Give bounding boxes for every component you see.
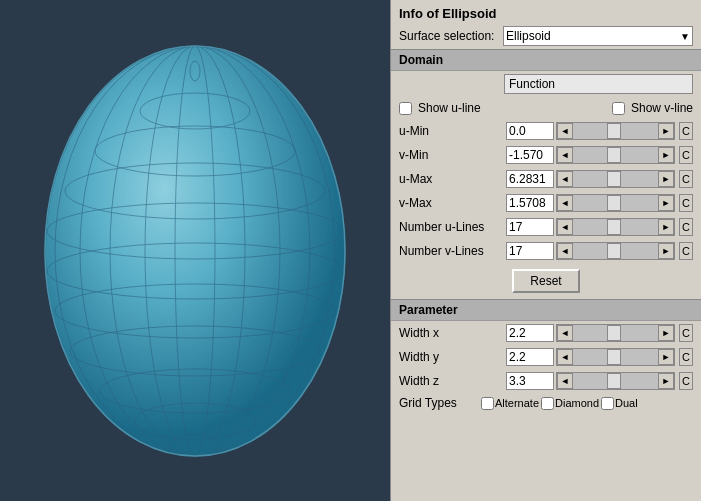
width-y-slider-track[interactable]: [573, 349, 658, 365]
svg-point-18: [187, 461, 203, 471]
vmax-label: v-Max: [399, 196, 504, 210]
width-y-row: Width y ◄ ► C: [391, 345, 701, 369]
num-vlines-slider[interactable]: ◄ ►: [556, 242, 675, 260]
domain-section-header: Domain: [391, 49, 701, 71]
width-x-c-button[interactable]: C: [679, 324, 693, 342]
reset-button[interactable]: Reset: [512, 269, 579, 293]
umin-input[interactable]: [506, 122, 554, 140]
width-y-slider[interactable]: ◄ ►: [556, 348, 675, 366]
umax-label: u-Max: [399, 172, 504, 186]
grid-dual-option: Dual: [601, 397, 638, 410]
function-field[interactable]: Function: [504, 74, 693, 94]
num-ulines-input[interactable]: [506, 218, 554, 236]
info-header: Info of Ellipsoid: [391, 0, 701, 23]
num-vlines-slider-track[interactable]: [573, 243, 658, 259]
width-z-slider[interactable]: ◄ ►: [556, 372, 675, 390]
width-z-slider-track[interactable]: [573, 373, 658, 389]
width-z-slider-left[interactable]: ◄: [557, 373, 573, 389]
num-vlines-label: Number v-Lines: [399, 244, 504, 258]
width-y-input[interactable]: [506, 348, 554, 366]
umax-slider-track[interactable]: [573, 171, 658, 187]
grid-diamond-option: Diamond: [541, 397, 599, 410]
width-x-row: Width x ◄ ► C: [391, 321, 701, 345]
umin-slider-left[interactable]: ◄: [557, 123, 573, 139]
num-ulines-slider-thumb: [607, 219, 621, 235]
vmax-c-button[interactable]: C: [679, 194, 693, 212]
vmin-slider[interactable]: ◄ ►: [556, 146, 675, 164]
num-vlines-slider-right[interactable]: ►: [658, 243, 674, 259]
vmin-slider-left[interactable]: ◄: [557, 147, 573, 163]
num-ulines-c-button[interactable]: C: [679, 218, 693, 236]
umax-slider-left[interactable]: ◄: [557, 171, 573, 187]
vmin-input[interactable]: [506, 146, 554, 164]
num-ulines-slider[interactable]: ◄ ►: [556, 218, 675, 236]
grid-types-label: Grid Types: [399, 396, 479, 410]
width-z-c-button[interactable]: C: [679, 372, 693, 390]
grid-dual-checkbox[interactable]: [601, 397, 614, 410]
num-vlines-c-button[interactable]: C: [679, 242, 693, 260]
ellipsoid-render: [0, 0, 390, 501]
vmax-slider[interactable]: ◄ ►: [556, 194, 675, 212]
show-uline-checkbox[interactable]: [399, 102, 412, 115]
vmin-c-button[interactable]: C: [679, 146, 693, 164]
grid-alternate-checkbox[interactable]: [481, 397, 494, 410]
width-y-slider-right[interactable]: ►: [658, 349, 674, 365]
umax-slider-thumb: [607, 171, 621, 187]
umax-slider[interactable]: ◄ ►: [556, 170, 675, 188]
surface-dropdown[interactable]: Ellipsoid ▼: [503, 26, 693, 46]
vmax-slider-left[interactable]: ◄: [557, 195, 573, 211]
num-vlines-slider-left[interactable]: ◄: [557, 243, 573, 259]
dropdown-arrow-icon: ▼: [680, 31, 690, 42]
surface-selection-label: Surface selection:: [399, 29, 499, 43]
vmax-slider-track[interactable]: [573, 195, 658, 211]
vmax-input[interactable]: [506, 194, 554, 212]
width-z-slider-right[interactable]: ►: [658, 373, 674, 389]
umax-row: u-Max ◄ ► C: [391, 167, 701, 191]
grid-alternate-option: Alternate: [481, 397, 539, 410]
vmax-slider-thumb: [607, 195, 621, 211]
num-ulines-slider-right[interactable]: ►: [658, 219, 674, 235]
grid-diamond-label: Diamond: [555, 397, 599, 409]
width-z-row: Width z ◄ ► C: [391, 369, 701, 393]
num-ulines-slider-left[interactable]: ◄: [557, 219, 573, 235]
info-title: Info of Ellipsoid: [399, 6, 497, 21]
umin-c-button[interactable]: C: [679, 122, 693, 140]
width-x-input[interactable]: [506, 324, 554, 342]
vmin-slider-right[interactable]: ►: [658, 147, 674, 163]
width-y-slider-thumb: [607, 349, 621, 365]
surface-dropdown-value: Ellipsoid: [506, 29, 551, 43]
umax-slider-right[interactable]: ►: [658, 171, 674, 187]
num-vlines-row: Number v-Lines ◄ ► C: [391, 239, 701, 263]
num-vlines-input[interactable]: [506, 242, 554, 260]
umin-slider-track[interactable]: [573, 123, 658, 139]
umin-slider[interactable]: ◄ ►: [556, 122, 675, 140]
num-ulines-slider-track[interactable]: [573, 219, 658, 235]
vmin-slider-thumb: [607, 147, 621, 163]
grid-diamond-checkbox[interactable]: [541, 397, 554, 410]
parameter-section-header: Parameter: [391, 299, 701, 321]
width-x-slider-track[interactable]: [573, 325, 658, 341]
reset-row: Reset: [391, 263, 701, 299]
umin-slider-thumb: [607, 123, 621, 139]
umin-row: u-Min ◄ ► C: [391, 119, 701, 143]
width-y-c-button[interactable]: C: [679, 348, 693, 366]
vmax-slider-right[interactable]: ►: [658, 195, 674, 211]
show-vline-label: Show v-line: [631, 101, 693, 115]
width-y-slider-left[interactable]: ◄: [557, 349, 573, 365]
umax-input[interactable]: [506, 170, 554, 188]
width-y-label: Width y: [399, 350, 504, 364]
show-uline-label: Show u-line: [418, 101, 481, 115]
width-x-slider-thumb: [607, 325, 621, 341]
show-vline-checkbox[interactable]: [612, 102, 625, 115]
width-x-slider-right[interactable]: ►: [658, 325, 674, 341]
num-ulines-label: Number u-Lines: [399, 220, 504, 234]
width-x-slider-left[interactable]: ◄: [557, 325, 573, 341]
width-x-slider[interactable]: ◄ ►: [556, 324, 675, 342]
num-ulines-row: Number u-Lines ◄ ► C: [391, 215, 701, 239]
vmin-slider-track[interactable]: [573, 147, 658, 163]
uv-line-checkbox-row: Show u-line Show v-line: [391, 97, 701, 119]
width-z-input[interactable]: [506, 372, 554, 390]
umin-slider-right[interactable]: ►: [658, 123, 674, 139]
umax-c-button[interactable]: C: [679, 170, 693, 188]
3d-viewport: [0, 0, 390, 501]
